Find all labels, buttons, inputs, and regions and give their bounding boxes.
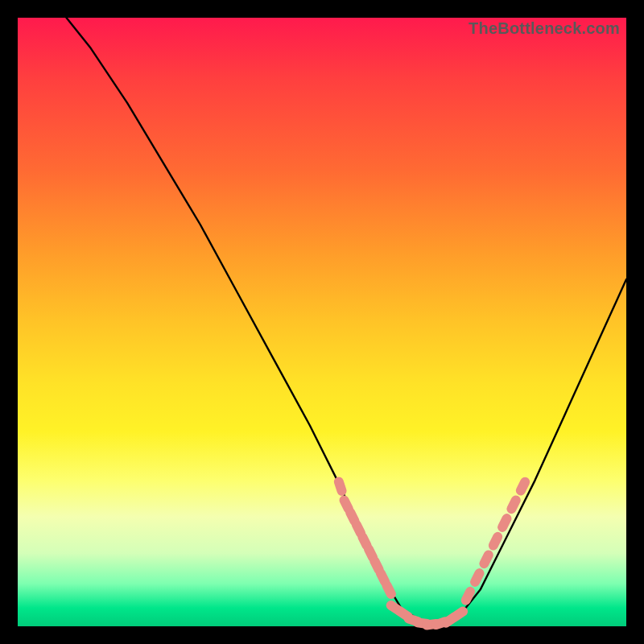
bottleneck-curve [67, 18, 627, 626]
curve-layer [67, 18, 627, 626]
marker-layer [332, 476, 531, 631]
plot-area: TheBottleneck.com [18, 18, 626, 626]
data-marker [460, 585, 477, 607]
data-marker [332, 476, 348, 497]
chart-frame: TheBottleneck.com [0, 0, 644, 644]
chart-svg [18, 18, 626, 626]
